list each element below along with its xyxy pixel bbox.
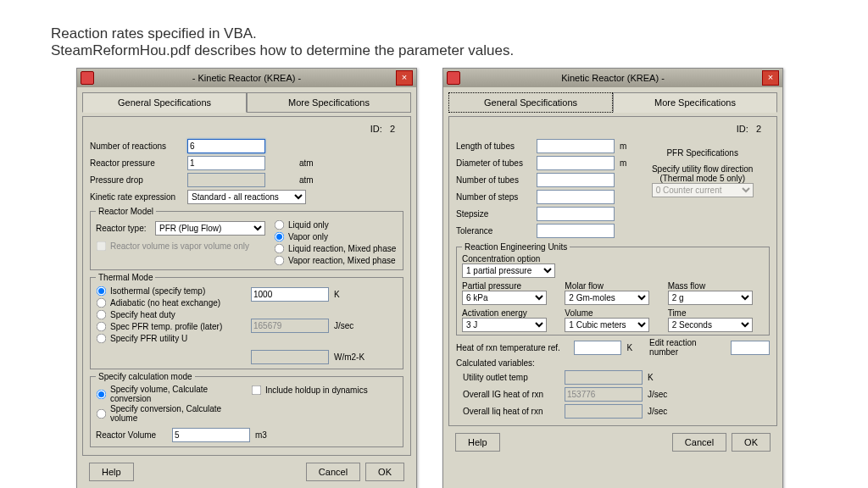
- title-text: Kinetic Reactor (KREA) -: [464, 73, 762, 83]
- thermal-heatduty: Specify heat duty: [110, 310, 175, 319]
- close-button[interactable]: ×: [396, 70, 413, 86]
- diameter-input[interactable]: [537, 156, 615, 170]
- id-label: ID:: [370, 124, 382, 134]
- wmk-input[interactable]: [251, 350, 329, 364]
- dialog-more: Kinetic Reactor (KREA) - × General Speci…: [442, 68, 783, 488]
- mass-label: Mass flow: [668, 281, 764, 291]
- act-label: Activation energy: [462, 308, 558, 318]
- calcmode-group: Specify calculation mode Specify volume,…: [90, 372, 403, 447]
- holdup-label: Include holdup in dynamics: [265, 385, 368, 395]
- ok-button[interactable]: OK: [732, 433, 771, 452]
- molar-select[interactable]: 2 Gm-moles: [565, 291, 649, 305]
- vapor-volume-check: [97, 241, 107, 252]
- vol-select[interactable]: 1 Cubic meters: [565, 318, 649, 332]
- titlebar-general: - Kinetic Reactor (KREA) - ×: [77, 69, 416, 87]
- app-icon: [447, 71, 460, 85]
- rvol-input[interactable]: [172, 428, 250, 442]
- tab-more[interactable]: More Specifications: [613, 92, 777, 113]
- pressure-input[interactable]: [187, 156, 265, 170]
- utility-unit: K: [648, 373, 654, 382]
- thermal-mode-group: Thermal Mode Isothermal (specify temp) A…: [90, 273, 403, 369]
- thermal-iso: Isothermal (specify temp): [110, 286, 205, 296]
- app-icon: [81, 71, 94, 85]
- rvol-label: Reactor Volume: [96, 430, 172, 440]
- pfrspec-label: PFR Specifications: [635, 148, 770, 158]
- vapor-volume-label: Reactor volume is vapor volume only: [110, 241, 249, 251]
- id-row: ID: 2: [90, 122, 403, 136]
- reu-legend: Reaction Engineering Units: [462, 242, 570, 252]
- pdrop-unit: atm: [299, 175, 314, 185]
- flowdir-select[interactable]: 0 Counter current: [652, 183, 754, 197]
- close-button[interactable]: ×: [762, 70, 779, 86]
- title-text: - Kinetic Reactor (KREA) -: [97, 73, 396, 83]
- ok-button[interactable]: OK: [365, 463, 404, 481]
- thermal-legend: Thermal Mode: [96, 273, 155, 282]
- heatduty-input[interactable]: [251, 319, 329, 333]
- radio-heatduty[interactable]: [97, 310, 107, 320]
- radio-isothermal[interactable]: [97, 286, 107, 297]
- length-unit: m: [620, 141, 626, 151]
- radio-pfru[interactable]: [97, 334, 107, 344]
- edit-rxn-label: Edit reaction number: [649, 338, 727, 357]
- liqheat-unit: J/sec: [648, 407, 667, 416]
- mass-select[interactable]: 2 g: [668, 291, 753, 305]
- radio-specpfr[interactable]: [97, 322, 107, 332]
- conc-select[interactable]: 1 partial pressure: [462, 263, 555, 278]
- phase-vapor: Vapor only: [288, 232, 328, 241]
- radio-calc-conv[interactable]: [97, 408, 107, 419]
- time-label: Time: [668, 308, 764, 318]
- num-reactions-input[interactable]: [187, 139, 265, 153]
- utility-input: [565, 370, 643, 385]
- reactor-type-select[interactable]: PFR (Plug Flow): [155, 221, 265, 236]
- reactor-model-group: Reactor Model Reactor type: PFR (Plug Fl…: [90, 207, 403, 270]
- thermal-adia: Adiabatic (no heat exchange): [110, 298, 220, 308]
- thermal-specpfr: Spec PFR temp. profile (later): [110, 322, 222, 331]
- radio-calc-vol[interactable]: [97, 389, 107, 399]
- tab-general[interactable]: General Specifications: [82, 92, 247, 113]
- cancel-button[interactable]: Cancel: [672, 433, 726, 452]
- radio-liquid[interactable]: [275, 220, 285, 230]
- titlebar-more: Kinetic Reactor (KREA) - ×: [443, 69, 782, 87]
- stepsize-input[interactable]: [537, 207, 615, 221]
- igheat-label: Overall IG heat of rxn: [456, 390, 565, 399]
- kinetic-label: Kinetic rate expression: [90, 192, 187, 202]
- tab-more[interactable]: More Specifications: [247, 92, 411, 113]
- partial-label: Partial pressure: [462, 281, 558, 291]
- utility-label: Utility outlet temp: [456, 373, 565, 382]
- calc-vol-label: Specify volume, Calculate conversion: [110, 385, 242, 403]
- act-select[interactable]: 3 J: [462, 318, 547, 332]
- phase-liquid: Liquid only: [288, 220, 329, 230]
- tab-general[interactable]: General Specifications: [448, 92, 613, 113]
- thermal-pfru: Specify PFR utility U: [110, 334, 187, 343]
- length-input[interactable]: [537, 139, 615, 153]
- liqheat-label: Overall liq heat of rxn: [456, 407, 565, 416]
- heat-ref-input[interactable]: [574, 341, 621, 355]
- radio-vapor[interactable]: [275, 232, 285, 242]
- num-reactions-label: Number of reactions: [90, 141, 187, 151]
- kinetic-select[interactable]: Standard - all reactions: [187, 190, 306, 204]
- temp-input[interactable]: [251, 287, 329, 302]
- numtubes-input[interactable]: [537, 173, 615, 187]
- radio-vapmix[interactable]: [275, 256, 285, 266]
- edit-rxn-input[interactable]: [731, 341, 770, 355]
- pdrop-input[interactable]: [187, 173, 265, 187]
- time-select[interactable]: 2 Seconds: [668, 318, 753, 332]
- heatduty-unit: J/sec: [334, 321, 353, 330]
- numsteps-input[interactable]: [537, 190, 615, 204]
- radio-adiabatic[interactable]: [97, 298, 107, 308]
- help-button[interactable]: Help: [455, 433, 500, 452]
- wmk-unit: W/m2-K: [334, 352, 364, 362]
- calc-conv-label: Specify conversion, Calculate volume: [110, 404, 242, 423]
- tolerance-input[interactable]: [537, 224, 615, 238]
- vol-label: Volume: [565, 308, 660, 318]
- phase-vapmix: Vapor reaction, Mixed phase: [288, 256, 396, 265]
- cancel-button[interactable]: Cancel: [306, 463, 360, 481]
- partial-select[interactable]: 6 kPa: [462, 291, 547, 305]
- holdup-check[interactable]: [252, 385, 262, 396]
- calcvar-label: Calculated variables:: [456, 358, 770, 368]
- tolerance-label: Tolerance: [456, 226, 537, 236]
- numtubes-label: Number of tubes: [456, 175, 537, 185]
- help-button[interactable]: Help: [89, 463, 134, 481]
- id-label: ID:: [737, 124, 748, 134]
- radio-liqmix[interactable]: [275, 244, 285, 254]
